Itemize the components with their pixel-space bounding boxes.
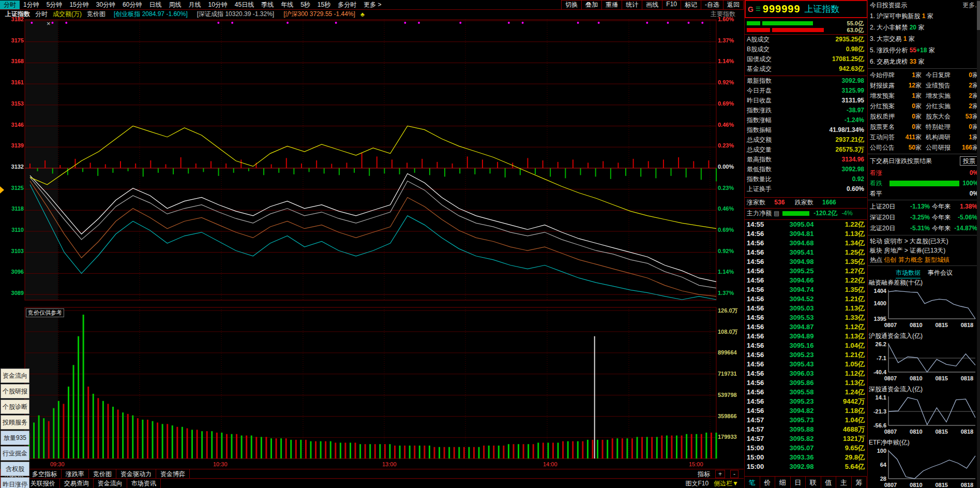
quote-tab-细[interactable]: 细	[775, 477, 791, 488]
indicator-tab-资金博弈[interactable]: 资金博弈	[156, 469, 190, 479]
function-tab-关联报价[interactable]: 关联报价	[26, 479, 60, 488]
volume-chart-canvas[interactable]	[0, 306, 744, 461]
graphic-f10-button[interactable]: 图文F10	[685, 479, 708, 488]
toolbar-button-标记[interactable]: 标记	[681, 0, 701, 10]
period-tab-多分时[interactable]: 多分时	[334, 1, 360, 9]
function-tab-资金流向[interactable]: 资金流向	[94, 479, 127, 488]
mini-chart-canvas: 26.2-7.1-40.40807081008150818	[868, 340, 980, 383]
rotation-row-轮动[interactable]: 轮动 疲弱市 > 大盘股(已3天)	[868, 236, 980, 246]
toolbar-button-叠加[interactable]: 叠加	[581, 0, 602, 10]
event-row[interactable]: 增发预案1家增发实施2家	[868, 91, 980, 101]
period-tab-月线[interactable]: 月线	[185, 1, 204, 9]
function-tab-市场资讯[interactable]: 市场资讯	[127, 479, 161, 488]
close-icon[interactable]: ×	[47, 20, 51, 27]
indicator-tab-多空指标[interactable]: 多空指标	[28, 469, 62, 479]
security-name[interactable]: 上证指数	[805, 3, 840, 15]
vote-button[interactable]: 投票	[960, 156, 978, 166]
zoom-out-button[interactable]: -	[730, 470, 738, 478]
tick-price: 3094.66	[772, 276, 832, 285]
rotation-row-热点[interactable]: 热点 信创 算力概念 新型城镇	[868, 255, 980, 264]
right-scrollbar[interactable]	[977, 0, 980, 488]
zoom-in-button[interactable]: +	[715, 470, 725, 478]
tips-more-link[interactable]: 更多..	[962, 0, 978, 10]
indicator-tab-资金驱动力[interactable]: 资金驱动力	[116, 469, 156, 479]
period-tab-15秒[interactable]: 15秒	[314, 1, 334, 9]
doc-icon[interactable]: ▤	[774, 209, 779, 218]
quote-tab-筹[interactable]: 筹	[852, 477, 867, 488]
quote-tab-笔[interactable]: 笔	[745, 477, 760, 488]
toolbar-button-切换[interactable]: 切换	[561, 0, 582, 10]
menu-icon[interactable]: ☰	[756, 6, 761, 12]
indicator-tab-涨跌率[interactable]: 涨跌率	[62, 469, 89, 479]
period-tab-5秒[interactable]: 5秒	[297, 1, 314, 9]
main-force-row[interactable]: 主力净额 ▤ -120.2亿 -4%	[745, 208, 867, 218]
sidebar-button-投顾服务[interactable]: 投顾服务	[1, 415, 29, 430]
indicator-tab-竞价图[interactable]: 竞价图	[89, 469, 116, 479]
toolbar-button-重播[interactable]: 重播	[601, 0, 622, 10]
quote-tab-联[interactable]: 联	[806, 477, 821, 488]
period-tab-日线[interactable]: 日线	[145, 1, 165, 9]
quote-tab-主[interactable]: 主	[836, 477, 852, 488]
toolbar-button-画线[interactable]: 画线	[642, 0, 662, 10]
index-quote-1[interactable]: [深证成指 10320.39 -1.32%]	[197, 10, 274, 19]
event-row[interactable]: 分红预案0家分红实施2家	[868, 101, 980, 111]
auction-mode-label[interactable]: 竞价图	[87, 10, 105, 19]
period-tab-更多 >[interactable]: 更多 >	[360, 1, 385, 9]
function-tab-交易查询[interactable]: 交易查询	[60, 479, 94, 488]
tip-item[interactable]: 1. 沪深可申购新股 1 家	[868, 10, 980, 22]
sidebar-button-含权股[interactable]: 含权股	[1, 462, 29, 476]
volume-chart[interactable]	[0, 306, 744, 461]
price-chart-canvas[interactable]	[0, 19, 744, 301]
event-row[interactable]: 股票更名0家特别处理0家	[868, 122, 980, 132]
scrollbar-thumb[interactable]	[977, 1, 980, 30]
period-tab-季线[interactable]: 季线	[258, 1, 277, 9]
sidebar-button-放量935[interactable]: 放量935	[1, 431, 29, 445]
event-row[interactable]: 今始停牌1家今日复牌0家	[868, 70, 980, 80]
period-tab-45日线[interactable]: 45日线	[231, 1, 258, 9]
mode-label[interactable]: 分时	[35, 10, 48, 19]
amount-mode-label[interactable]: 成交额(万)	[53, 10, 82, 19]
toolbar-button-统计[interactable]: 统计	[622, 0, 642, 10]
event-row[interactable]: 公司公告50家公司研报166家	[868, 142, 980, 153]
quote-tab-值[interactable]: 值	[821, 477, 837, 488]
toolbar-button-F10[interactable]: F10	[662, 0, 681, 10]
period-tab-30分钟[interactable]: 30分钟	[93, 1, 119, 9]
quote-tab-日[interactable]: 日	[791, 477, 806, 488]
sidebar-button-昨日涨停[interactable]: 昨日涨停	[1, 477, 29, 488]
period-tab-60分钟[interactable]: 60分钟	[119, 1, 145, 9]
tick-list[interactable]: 14:553095.041.22亿14:563094.811.13亿14:563…	[745, 219, 867, 475]
tab-market-data[interactable]: 市场数据	[896, 267, 921, 278]
period-tab-5分钟[interactable]: 5分钟	[43, 1, 66, 9]
tip-item[interactable]: 5. 涨跌停分析 55+18 家	[868, 45, 980, 56]
event-row[interactable]: 互动问答411家机构调研1家	[868, 132, 980, 142]
event-row[interactable]: 股权质押0家股东大会53家	[868, 111, 980, 122]
sidebar-toggle-button[interactable]: 侧边栏▼	[714, 479, 738, 488]
security-code[interactable]: 999999	[763, 3, 801, 15]
expand-arrow-icon[interactable]	[0, 186, 4, 194]
rotation-row-板块[interactable]: 板块 房地产 > 证券(已13天)	[868, 246, 980, 255]
tip-item[interactable]: 3. 大宗交易 1 家	[868, 33, 980, 45]
toolbar-button--自选[interactable]: -自选	[701, 0, 723, 10]
tab-event-meetings[interactable]: 事件会议	[928, 267, 953, 278]
sidebar-button-资金流向[interactable]: 资金流向	[1, 368, 29, 383]
period-tab-10分钟[interactable]: 10分钟	[204, 1, 231, 9]
security-code-box[interactable]: G ☰ 999999 上证指数	[745, 0, 868, 18]
quote-tab-价[interactable]: 价	[760, 477, 776, 488]
event-row[interactable]: 财报披露12家业绩预告2家	[868, 80, 980, 91]
index-quote-2[interactable]: [沪深300 3729.55 -1.44%]	[283, 10, 355, 19]
tip-item[interactable]: 6. 交易龙虎榜 33 家	[868, 56, 980, 67]
intraday-price-chart[interactable]	[0, 19, 744, 301]
period-tab-年线[interactable]: 年线	[277, 1, 297, 9]
sidebar-button-个股诊断[interactable]: 个股诊断	[1, 400, 29, 414]
tip-item[interactable]: 2. 大小非解禁 20 家	[868, 22, 980, 33]
period-tab-分时[interactable]: 分时	[0, 1, 20, 9]
sidebar-button-行业掘金[interactable]: 行业掘金	[1, 446, 29, 461]
period-tab-周线[interactable]: 周线	[165, 1, 185, 9]
index-stat-row-value: -1.24%	[845, 115, 864, 125]
sidebar-button-个股研报[interactable]: 个股研报	[1, 384, 29, 398]
index-quote-0[interactable]: [创业板指 2084.97 -1.60%]	[114, 10, 188, 19]
index-stat-row-label: 指数量比	[747, 174, 772, 184]
toolbar-button-返回[interactable]: 返回	[723, 0, 744, 10]
period-tab-1分钟[interactable]: 1分钟	[20, 1, 43, 9]
period-tab-15分钟[interactable]: 15分钟	[66, 1, 92, 9]
